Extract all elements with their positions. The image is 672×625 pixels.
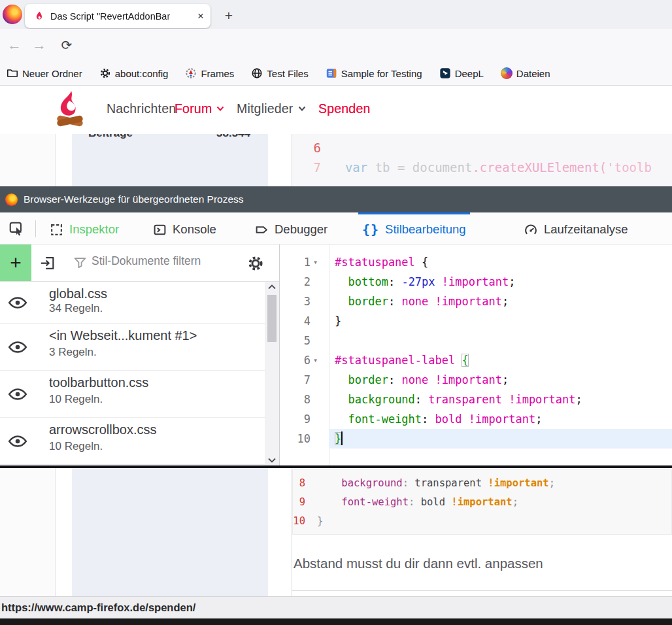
bookmark-test-files[interactable]: Test Files: [251, 67, 308, 79]
editor-line-5[interactable]: 5: [280, 331, 672, 350]
editor-line-2[interactable]: 2 bottom: -27px !important;: [280, 272, 672, 292]
code-token: {: [462, 354, 468, 367]
editor-line-7[interactable]: 7 border: none !important;: [280, 370, 672, 390]
code-token: font-weight: [348, 413, 422, 426]
firefox-app-icon[interactable]: [3, 5, 22, 24]
code-token: #statuspanel: [335, 256, 415, 269]
scroll-up-icon[interactable]: [265, 282, 279, 292]
stylesheet-name: arrowscrollbox.css: [49, 422, 156, 437]
stylesheet-item-in-webseit-kument-1[interactable]: <in Webseit...kument #1>3 Regeln.: [0, 324, 279, 371]
devtools-tab-konsole[interactable]: Konsole: [149, 212, 220, 245]
editor-gutter[interactable]: 6▾: [280, 350, 329, 370]
campfire-logo[interactable]: [55, 90, 86, 129]
devtools-tab-debugger[interactable]: Debugger: [251, 212, 331, 245]
editor-code-line: #statuspanel-label {: [329, 350, 672, 370]
editor-gutter[interactable]: 10: [280, 429, 329, 448]
code-token: bottom: [348, 275, 388, 288]
code-token: !important: [451, 496, 512, 508]
settings-gear-icon[interactable]: [247, 255, 264, 272]
editor-line-8[interactable]: 8 background: transparent !important;: [280, 390, 672, 409]
braces-icon: {}: [362, 222, 379, 237]
scroll-down-icon[interactable]: [265, 455, 279, 465]
bookmarks-toolbar: Neuer Ordnerabout:configFramesTest Files…: [0, 61, 672, 86]
visibility-eye-icon[interactable]: [8, 387, 27, 401]
pick-element-icon[interactable]: [5, 218, 29, 240]
editor-line-3[interactable]: 3 border: none !important;: [280, 292, 672, 311]
code-token: tb =: [367, 160, 412, 175]
bookmark-frames[interactable]: Frames: [185, 67, 234, 79]
bookmark-dateien[interactable]: Dateien: [501, 67, 550, 79]
editor-line-10[interactable]: 10}: [280, 429, 672, 448]
import-stylesheet-icon[interactable]: [39, 254, 57, 272]
fold-arrow-icon[interactable]: ▾: [311, 252, 320, 272]
stylesheet-item-arrowscrollbox-css[interactable]: arrowscrollbox.css10 Regeln.: [0, 418, 279, 465]
editor-line-4[interactable]: 4}: [280, 311, 672, 331]
bookmark-label: Neuer Ordner: [22, 68, 82, 79]
site-nav-nachrichten[interactable]: Nachrichten: [107, 101, 176, 116]
code-token: !important: [469, 413, 535, 426]
code-token: !important: [435, 373, 502, 386]
css-source-editor[interactable]: 1▾#statuspanel {2 bottom: -27px !importa…: [280, 252, 672, 448]
reload-icon[interactable]: ⟳: [56, 29, 77, 61]
forum-post-text: Abstand musst du dir dann evtl. anpassen: [294, 556, 543, 571]
browser-tab[interactable]: Das Script "RevertAddonBar ×: [25, 4, 210, 28]
visibility-eye-icon[interactable]: [8, 296, 27, 310]
forum-code-block-top: 67 var tb = document.createXULElement('t…: [292, 134, 672, 186]
editor-gutter[interactable]: 8: [280, 390, 329, 409]
code-token: :: [409, 496, 421, 508]
editor-gutter[interactable]: 3: [280, 292, 329, 311]
code-token: #statuspanel-label: [335, 354, 455, 367]
visibility-eye-icon[interactable]: [8, 340, 27, 354]
line-number: 7: [292, 158, 321, 177]
site-nav-mitglieder[interactable]: Mitglieder: [237, 101, 306, 116]
site-nav-forum[interactable]: Forum: [175, 101, 224, 116]
stylesheet-item-global-css[interactable]: global.css34 Regeln.: [0, 282, 279, 324]
fold-arrow-icon[interactable]: ▾: [311, 350, 320, 370]
editor-gutter[interactable]: 5: [280, 331, 329, 350]
editor-line-9[interactable]: 9 font-weight: bold !important;: [280, 409, 672, 429]
sidebar-scrollbar[interactable]: [265, 282, 279, 465]
navigation-toolbar: ← → ⟳ https://www.camp-firefox.de/forum/…: [0, 29, 672, 61]
code-token: !important: [509, 393, 575, 406]
editor-gutter[interactable]: 2: [280, 272, 329, 292]
bookmark-about-config[interactable]: about:config: [99, 67, 169, 79]
visibility-eye-icon[interactable]: [8, 434, 27, 448]
stylesheet-sidebar: + Stil-Dokumente filtern global.css34 Re…: [0, 245, 280, 465]
devtools-tab-label: Debugger: [275, 222, 328, 237]
editor-gutter[interactable]: 9: [280, 409, 329, 429]
site-nav-spenden[interactable]: Spenden: [318, 101, 370, 116]
bookmark-deepl[interactable]: DeepL: [439, 67, 484, 79]
scrollbar-thumb[interactable]: [267, 295, 277, 342]
devtools-tab-laufzeitanalyse[interactable]: Laufzeitanalyse: [520, 212, 632, 245]
code-token: -27px: [401, 275, 435, 288]
bookmark-neuer-ordner[interactable]: Neuer Ordner: [7, 67, 82, 79]
line-number: 9: [293, 493, 305, 512]
editor-gutter[interactable]: 4: [280, 311, 329, 331]
bookmark-sample-for-testing[interactable]: Sample for Testing: [326, 67, 422, 79]
editor-gutter[interactable]: 1▾: [280, 252, 329, 272]
devtools-tab-inspektor[interactable]: Inspektor: [46, 212, 123, 245]
toolbar-separator: [35, 220, 36, 237]
editor-gutter[interactable]: 7: [280, 370, 329, 390]
code-text: background: transparent !important;: [317, 474, 555, 493]
code-token: none: [401, 373, 428, 386]
console-icon: [153, 223, 167, 237]
code-line-6: 6: [292, 138, 672, 158]
editor-code-line: }: [329, 311, 672, 331]
devtools-tab-stilbearbeitung[interactable]: {}Stilbearbeitung: [358, 212, 470, 245]
new-stylesheet-button[interactable]: +: [0, 245, 31, 281]
devtools-tab-label: Stilbearbeitung: [385, 222, 465, 237]
devtools-title: Browser-Werkzeuge für übergeordneten Pro…: [24, 194, 244, 205]
editor-line-6[interactable]: 6▾#statuspanel-label {: [280, 350, 672, 370]
debuggertag-icon: [255, 223, 269, 237]
filter-stylesheets-input[interactable]: Stil-Dokumente filtern: [92, 254, 201, 268]
back-icon[interactable]: ←: [4, 29, 25, 61]
new-tab-button[interactable]: +: [220, 7, 238, 25]
stylesheet-item-toolbarbutton-css[interactable]: toolbarbutton.css10 Regeln.: [0, 371, 279, 418]
code-line-9: 9 font-weight: bold !important;: [293, 493, 671, 512]
post-horizontal-rule: [292, 590, 672, 591]
tab-close-icon[interactable]: ×: [197, 10, 204, 22]
stylesheet-list: global.css34 Regeln.<in Webseit...kument…: [0, 282, 279, 465]
forward-icon[interactable]: →: [29, 29, 50, 61]
editor-line-1[interactable]: 1▾#statuspanel {: [280, 252, 672, 272]
